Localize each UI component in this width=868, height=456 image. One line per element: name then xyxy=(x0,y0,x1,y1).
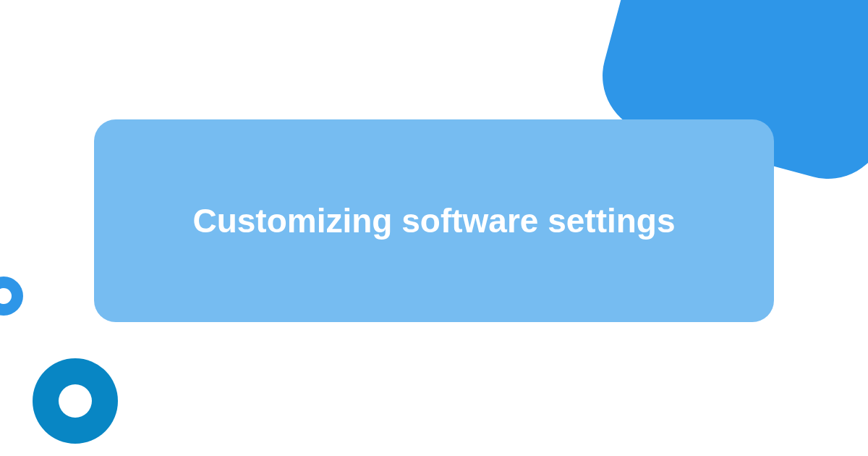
ring-small-decoration xyxy=(0,276,23,316)
ring-large-decoration xyxy=(33,358,118,444)
title-text: Customizing software settings xyxy=(192,201,675,240)
title-card: Customizing software settings xyxy=(94,119,774,322)
